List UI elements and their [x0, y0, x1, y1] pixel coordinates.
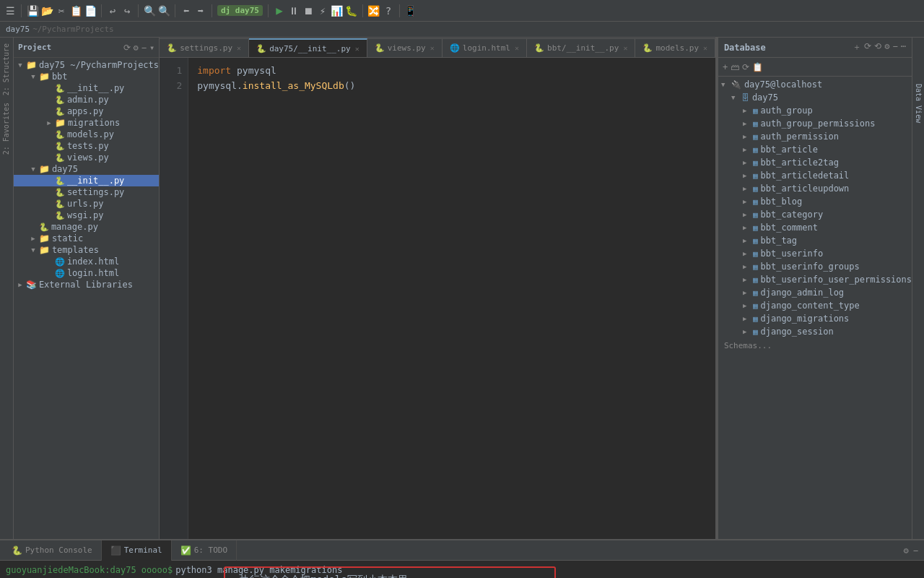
db-table-row[interactable]: ▶ ▦ bbt_article2tag: [718, 156, 912, 169]
tree-item-day75-sub[interactable]: ▼ 📁 day75: [14, 163, 159, 175]
cut-icon[interactable]: ✂: [56, 5, 67, 17]
db-table-row[interactable]: ▶ ▦ django_session: [718, 325, 912, 338]
pause-icon[interactable]: ⏸: [288, 5, 300, 17]
tree-item-urls[interactable]: 🐍 urls.py: [14, 198, 159, 210]
tree-item-admin[interactable]: 🐍 admin.py: [14, 94, 159, 105]
db-table-row[interactable]: ▶ ▦ bbt_category: [718, 208, 912, 221]
terminal-settings-icon[interactable]: ⚙: [904, 545, 909, 556]
tree-item-manage[interactable]: 🐍 manage.py: [14, 221, 159, 233]
tree-item-templates[interactable]: ▼ 📁 templates: [14, 244, 159, 256]
sidebar-collapse-icon[interactable]: −: [141, 43, 147, 53]
db-table-icon[interactable]: 🗃: [731, 62, 739, 72]
db-table-row[interactable]: ▶ ▦ bbt_userinfo_user_permissions: [718, 273, 912, 286]
run-button[interactable]: ▶: [274, 5, 285, 17]
tree-item-day75-root[interactable]: ▼ 📁 day75 ~/PycharmProjects: [14, 59, 159, 71]
db-more-icon[interactable]: ⋯: [901, 41, 906, 53]
tab-todo[interactable]: ✅ 6: TODO: [172, 540, 237, 561]
debug-icon[interactable]: 🐛: [346, 5, 357, 17]
search2-icon[interactable]: 🔍: [158, 5, 170, 17]
db-table-row[interactable]: ▶ ▦ bbt_articleupdown: [718, 182, 912, 195]
tab-views[interactable]: 🐍 views.py ✕: [367, 38, 443, 57]
tree-item-apps[interactable]: 🐍 apps.py: [14, 105, 159, 117]
tree-item-ext-libs[interactable]: ▶ 📚 External Libraries: [14, 279, 159, 290]
db-table-row[interactable]: ▶ ▦ auth_group: [718, 104, 912, 117]
db-table-row[interactable]: ▶ ▦ bbt_articledetail: [718, 169, 912, 182]
tree-item-models[interactable]: 🐍 models.py: [14, 129, 159, 140]
sidebar-sync-icon[interactable]: ⟳: [123, 43, 131, 53]
breadcrumb-root[interactable]: day75: [6, 25, 30, 34]
profile-icon[interactable]: 📊: [331, 5, 343, 17]
stop-icon[interactable]: ⏹: [302, 5, 314, 17]
open-icon[interactable]: 📂: [41, 5, 53, 17]
tree-item-init-bbt[interactable]: 🐍 __init__.py: [14, 82, 159, 94]
sidebar-gear-icon[interactable]: ▾: [149, 43, 154, 53]
coverage-icon[interactable]: ⚡: [317, 5, 328, 17]
db-settings-icon[interactable]: ⚙: [884, 41, 889, 53]
db-table-row[interactable]: ▶ ▦ bbt_blog: [718, 195, 912, 208]
db-schema-icon[interactable]: 📋: [752, 62, 763, 72]
tab-bbt-init[interactable]: 🐍 bbt/__init__.py ✕: [527, 38, 635, 57]
data-view-tab[interactable]: Data View: [913, 81, 924, 126]
search-icon[interactable]: 🔍: [144, 5, 155, 17]
db-schema-item[interactable]: ▼ 🗄 day75: [718, 91, 912, 104]
db-table-row[interactable]: ▶ ▦ django_migrations: [718, 312, 912, 325]
db-sync-icon[interactable]: ⟲: [874, 41, 881, 53]
structure-tab[interactable]: 2: Structure: [1, 40, 12, 98]
tab-close-bbt-init[interactable]: ✕: [623, 44, 627, 52]
html-file-icon: 🌐: [450, 43, 460, 53]
tab-login-html[interactable]: 🌐 login.html ✕: [443, 38, 527, 57]
tree-item-migrations[interactable]: ▶ 📁 migrations: [14, 117, 159, 129]
tab-close-models[interactable]: ✕: [703, 44, 707, 52]
db-table-row[interactable]: ▶ ▦ django_admin_log: [718, 286, 912, 299]
db-table-row[interactable]: ▶ ▦ bbt_tag: [718, 234, 912, 247]
db-refresh2-icon[interactable]: ⟳: [742, 62, 749, 72]
code-editor[interactable]: import pymysql pymysql.install_as_MySQLd…: [188, 58, 715, 539]
device-icon[interactable]: 📱: [405, 5, 417, 17]
terminal-body[interactable]: guoyuanjiedeMacBook:day75 ooooo$ python3…: [0, 561, 924, 578]
git-icon[interactable]: 🔀: [368, 5, 380, 17]
db-table-row[interactable]: ▶ ▦ auth_group_permissions: [718, 117, 912, 130]
copy-icon[interactable]: 📋: [70, 5, 82, 17]
tab-settings[interactable]: 🐍 settings.py ✕: [160, 38, 249, 57]
paste-icon[interactable]: 📄: [84, 5, 96, 17]
favorites-tab[interactable]: 2: Favorites: [1, 100, 12, 158]
tree-item-bbt[interactable]: ▼ 📁 bbt: [14, 71, 159, 82]
tree-item-tests[interactable]: 🐍 tests.py: [14, 140, 159, 152]
db-table-row[interactable]: ▶ ▦ bbt_comment: [718, 221, 912, 234]
back-icon[interactable]: ⬅: [180, 5, 192, 17]
tree-item-settings[interactable]: 🐍 settings.py: [14, 186, 159, 198]
db-table-row[interactable]: ▶ ▦ auth_permission: [718, 130, 912, 143]
tree-item-wsgi[interactable]: 🐍 wsgi.py: [14, 210, 159, 221]
tab-close-init[interactable]: ✕: [355, 45, 359, 53]
tree-item-static[interactable]: ▶ 📁 static: [14, 233, 159, 244]
sidebar-settings-icon[interactable]: ⚙: [134, 43, 139, 53]
db-add-icon[interactable]: ＋: [853, 41, 861, 53]
tree-item-init-day75[interactable]: 🐍 __init__.py: [14, 175, 159, 186]
tab-close-views[interactable]: ✕: [430, 44, 435, 52]
redo-icon[interactable]: ↪: [121, 5, 133, 17]
tree-item-login-html[interactable]: 🌐 login.html: [14, 267, 159, 279]
db-table-row[interactable]: ▶ ▦ django_content_type: [718, 299, 912, 312]
db-schemas-label[interactable]: Schemas...: [718, 338, 912, 353]
tab-close-settings[interactable]: ✕: [237, 44, 241, 52]
undo-icon[interactable]: ↩: [107, 5, 118, 17]
tab-day75-init[interactable]: 🐍 day75/__init__.py ✕: [249, 38, 367, 57]
forward-icon[interactable]: ➡: [195, 5, 206, 17]
tab-terminal[interactable]: ⬛ Terminal: [102, 540, 172, 561]
tab-close-login[interactable]: ✕: [515, 44, 519, 52]
terminal-minimize-icon[interactable]: −: [913, 545, 918, 556]
db-toolbar-icon[interactable]: +: [723, 62, 728, 72]
tab-python-console[interactable]: 🐍 Python Console: [3, 540, 102, 561]
menu-icon[interactable]: ☰: [4, 5, 16, 17]
db-refresh-icon[interactable]: ⟳: [864, 41, 871, 53]
db-collapse-icon[interactable]: −: [893, 41, 898, 53]
save-icon[interactable]: 💾: [27, 5, 38, 17]
db-table-row[interactable]: ▶ ▦ bbt_userinfo: [718, 247, 912, 260]
tree-item-index-html[interactable]: 🌐 index.html: [14, 256, 159, 267]
tree-item-views[interactable]: 🐍 views.py: [14, 152, 159, 163]
help-icon[interactable]: ?: [383, 5, 394, 17]
db-table-row[interactable]: ▶ ▦ bbt_article: [718, 143, 912, 156]
db-host-item[interactable]: ▼ 🔌 day75@localhost: [718, 78, 912, 91]
tab-models[interactable]: 🐍 models.py ✕: [635, 38, 715, 57]
db-table-row[interactable]: ▶ ▦ bbt_userinfo_groups: [718, 260, 912, 273]
